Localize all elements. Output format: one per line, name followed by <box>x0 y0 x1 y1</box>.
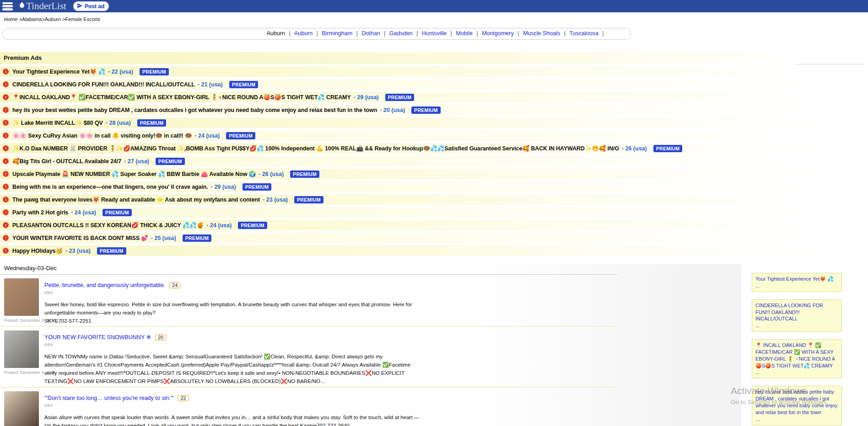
listing-title-link[interactable]: Petite, brunette, and dangerously unforg… <box>44 282 165 288</box>
premium-badge: PREMIUM <box>238 222 267 229</box>
date-header: Wednesday-03-Dec <box>0 262 617 275</box>
premium-ad-row: ↑📍INCALL OAKLAND📍 ✅FACETIME/CAR✅ WITH A … <box>0 92 868 102</box>
city-link-muscle-shoals[interactable]: Muscle Shoals <box>523 30 560 37</box>
premium-ad-age: - 26 (usa) <box>622 145 647 152</box>
city-link-montgomery[interactable]: Montgomery <box>482 30 513 37</box>
sidebar-ad-link[interactable]: CINDERELLA LOOKING FOR FUN!!! OAKLAND!!!… <box>755 302 838 323</box>
ellipsis: ... <box>755 416 838 423</box>
listing-title-row: "'Don't stare too long… unless you're re… <box>44 394 424 402</box>
premium-ad-link[interactable]: ✨K.O Daa NUMBER 🐰 PROVIDER 🧍✨💋AMAZING Th… <box>12 145 619 152</box>
separator: | <box>475 30 480 37</box>
premium-ad-link[interactable]: Your Tightest Experience Yet🦊 💦 <box>12 68 105 75</box>
separator: | <box>383 30 387 37</box>
posted-date: Posted: December 3, 2025 <box>4 318 44 323</box>
location-label: USA <box>44 403 424 408</box>
city-link-dothan[interactable]: Dothan <box>361 30 380 37</box>
premium-ad-link[interactable]: CINDERELLA LOOKING FOR FUN!!! OAKLAND!!!… <box>12 81 195 88</box>
premium-badge: PREMIUM <box>385 94 415 101</box>
sidebar-ad-box[interactable]: Your Tightest Experience Yet🦊 💦... <box>752 273 842 292</box>
premium-ad-row: ↑The pawg that everyone loves🦊 Ready and… <box>0 194 868 205</box>
premium-badge: PREMIUM <box>290 170 319 178</box>
breadcrumb[interactable]: Home >Alabama>Auburn >Female Escorts <box>0 12 868 22</box>
listing-photo-column: Posted: December 3, 2025 <box>4 330 44 385</box>
sidebar-ad-box[interactable]: 📍 INCALL OAKLAND 📍 ✅ FACETIME/CAR ✅ WITH… <box>752 339 842 378</box>
city-link-auburn[interactable]: Auburn <box>266 30 285 37</box>
listing-photo-column: Posted: December 3, 2025 <box>4 391 44 426</box>
premium-ad-link[interactable]: Happy HOlidays🥳 <box>12 247 63 254</box>
sidebar-ad-link[interactable]: Your Tightest Experience Yet🦊 💦 <box>755 276 838 282</box>
premium-ad-age: - 25 (usa) <box>151 235 176 241</box>
listing-content: YOUR NEW FAVORITE SNOWBUNNY ❄20USANEW IN… <box>44 330 424 385</box>
premium-ad-link[interactable]: Being with me is an experience—one that … <box>12 184 208 190</box>
premium-badge: PREMIUM <box>137 119 167 127</box>
premium-ad-age: - 20 (usa) <box>380 107 405 113</box>
listing-content: "'Don't stare too long… unless you're re… <box>44 391 424 426</box>
premium-ad-link[interactable]: Upscale Playmate 🚨 NEW NUMBER 💦 Super So… <box>12 170 256 177</box>
premium-badge: PREMIUM <box>102 209 132 216</box>
separator: | <box>315 30 319 37</box>
premium-ad-link[interactable]: 📍INCALL OAKLAND📍 ✅FACETIME/CAR✅ WITH A S… <box>12 94 351 101</box>
listing-photo[interactable] <box>4 391 39 426</box>
ellipsis: ... <box>755 282 838 289</box>
listing-title-link[interactable]: "'Don't stare too long… unless you're re… <box>44 395 173 401</box>
separator: | <box>601 30 604 37</box>
premium-ad-row: ↑✨ Lake Merritt INCALL✨ $80 QV- 28 (usa)… <box>0 117 868 128</box>
premium-ad-age: - 22 (usa) <box>108 69 133 75</box>
age-badge: 22 <box>178 395 189 401</box>
premium-section-title: Premium Ads <box>0 52 868 64</box>
premium-ad-row: ↑Your Tightest Experience Yet🦊 💦- 22 (us… <box>0 66 868 77</box>
sidebar-ad-link[interactable]: hey its your best wettes petite baby DRE… <box>755 389 838 415</box>
bump-up-icon: ↑ <box>3 184 9 190</box>
sidebar-ad-box[interactable]: hey its your best wettes petite baby DRE… <box>752 386 842 425</box>
sidebar-ad-box[interactable]: CINDERELLA LOOKING FOR FUN!!! OAKLAND!!!… <box>752 299 842 332</box>
separator: | <box>562 30 567 37</box>
premium-ad-link[interactable]: PLEASANTON OUTCALLS !! SEXY KOREAN💋 THIC… <box>12 222 204 229</box>
city-link-auburn[interactable]: Auburn <box>294 30 313 37</box>
listing-title-link[interactable]: YOUR NEW FAVORITE SNOWBUNNY ❄ <box>44 334 151 341</box>
premium-ad-age: - 28 (usa) <box>106 120 131 126</box>
premium-ad-link[interactable]: YOUR WINTER FAVORITE IS BACK DONT MISS 💕 <box>12 234 148 241</box>
premium-ad-link[interactable]: Party with 2 Hot girls <box>12 209 68 216</box>
city-nav: Auburn | Auburn | Birmingham | Dothan | … <box>0 30 868 37</box>
listings: Posted: December 3, 2025Petite, brunette… <box>0 275 868 426</box>
flame-icon <box>18 0 26 12</box>
premium-badge: PREMIUM <box>229 81 259 88</box>
site-logo[interactable]: TinderList <box>18 0 66 12</box>
listing-photo[interactable] <box>4 278 39 316</box>
city-link-huntsville[interactable]: Huntsville <box>422 30 447 37</box>
listing-photo[interactable] <box>4 330 39 368</box>
premium-ad-age: - 24 (usa) <box>71 209 96 216</box>
city-link-birmingham[interactable]: Birmingham <box>322 30 352 37</box>
listing-photo-column: Posted: December 3, 2025 <box>4 278 44 325</box>
premium-ad-link[interactable]: ✨ Lake Merritt INCALL✨ $80 QV <box>12 119 103 126</box>
listing-description: NEW IN TOWNMy name is Dallas !Seductive,… <box>44 353 424 385</box>
premium-ad-row: ↑Upscale Playmate 🚨 NEW NUMBER 💦 Super S… <box>0 169 868 179</box>
city-link-mobile[interactable]: Mobile <box>456 30 473 37</box>
premium-ad-age: - 23 (usa) <box>263 197 288 203</box>
city-link-tuscaloosa[interactable]: Tuscaloosa <box>569 30 598 37</box>
post-ad-label: Post ad <box>85 3 104 10</box>
premium-ads-section: Premium Ads ↑Your Tightest Experience Ye… <box>0 52 868 256</box>
premium-ad-link[interactable]: 🥰Big Tits Girl - OUTCALL Available 24/7 <box>12 158 121 165</box>
city-link-gadsden[interactable]: Gadsden <box>389 30 413 37</box>
premium-ad-age: - 29 (usa) <box>354 94 379 101</box>
premium-ad-row: ↑🌸🌸 Sexy CuRvy Asian 🌸🌸 in call 🐥 visiti… <box>0 130 868 141</box>
premium-badge: PREMIUM <box>411 106 441 114</box>
premium-badge: PREMIUM <box>226 132 255 139</box>
age-badge: 20 <box>155 334 166 341</box>
post-ad-button[interactable]: Post ad <box>73 1 109 11</box>
listing-item: Posted: December 3, 2025YOUR NEW FAVORIT… <box>0 327 617 387</box>
listing-item: Posted: December 3, 2025Petite, brunette… <box>0 275 617 327</box>
bump-up-icon: ↑ <box>3 107 9 113</box>
premium-ad-link[interactable]: The pawg that everyone loves🦊 Ready and … <box>12 196 260 203</box>
listing-title-row: Petite, brunette, and dangerously unforg… <box>44 281 424 289</box>
bump-up-icon: ↑ <box>3 158 9 164</box>
menu-icon[interactable] <box>2 2 13 11</box>
age-badge: 24 <box>169 282 180 288</box>
premium-ad-row: ↑hey its your best wettes petite baby DR… <box>0 105 868 115</box>
premium-ad-row: ↑CINDERELLA LOOKING FOR FUN!!! OAKLAND!!… <box>0 79 868 90</box>
premium-ad-link[interactable]: 🌸🌸 Sexy CuRvy Asian 🌸🌸 in call 🐥 visitin… <box>12 132 192 139</box>
sidebar-premium-column: Your Tightest Experience Yet🦊 💦...CINDER… <box>752 273 842 426</box>
premium-ad-link[interactable]: hey its your best wettes petite baby DRE… <box>12 107 377 113</box>
sidebar-ad-link[interactable]: 📍 INCALL OAKLAND 📍 ✅ FACETIME/CAR ✅ WITH… <box>755 342 838 369</box>
